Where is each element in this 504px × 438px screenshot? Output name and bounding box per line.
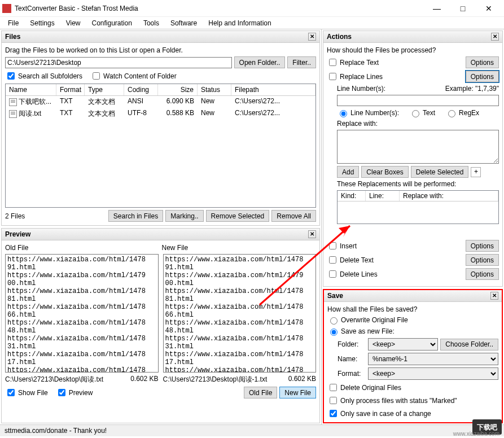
save-as-new-radio[interactable]: Save as new File: xyxy=(327,327,498,336)
new-file-textarea[interactable]: https://www.xiazaiba.com/html/1478 91.ht… xyxy=(163,254,317,373)
actions-question: How should the Files be processed? xyxy=(327,46,499,54)
save-question: How shall the Files be saved? xyxy=(327,305,498,313)
preview-panel-close-icon[interactable]: ✕ xyxy=(308,230,316,238)
menu-file[interactable]: File xyxy=(2,18,24,28)
col-replace-with[interactable]: Replace with: xyxy=(400,191,498,201)
save-panel-title: Save xyxy=(327,292,343,300)
maximize-button[interactable]: □ xyxy=(450,0,476,17)
save-panel-close-icon[interactable]: ✕ xyxy=(490,292,498,300)
delete-text-options-button[interactable]: Options xyxy=(466,254,499,266)
replace-lines-checkbox[interactable]: Replace Lines xyxy=(327,71,463,82)
file-icon xyxy=(9,98,17,106)
window-title: TextConverter Basic - Stefan Trost Media xyxy=(15,5,424,12)
overwrite-radio[interactable]: Overwrite Original File xyxy=(327,316,498,325)
folder-path-input[interactable] xyxy=(5,57,232,68)
search-in-files-button[interactable]: Search in Files xyxy=(108,210,163,222)
folder-label: Folder: xyxy=(338,340,366,348)
actions-panel-close-icon[interactable]: ✕ xyxy=(491,33,499,41)
replace-text-checkbox[interactable]: Replace Text xyxy=(327,57,463,68)
menubar: File Settings View Configuration Tools S… xyxy=(0,17,504,29)
choose-folder-button[interactable]: Choose Folder.. xyxy=(440,339,498,351)
remove-selected-button[interactable]: Remove Selected xyxy=(206,210,270,222)
delete-text-checkbox[interactable]: Delete Text xyxy=(327,255,463,265)
text-radio[interactable]: Text xyxy=(409,108,435,117)
col-size[interactable]: Size xyxy=(158,84,198,95)
line-numbers-input[interactable] xyxy=(337,95,499,106)
insert-options-button[interactable]: Options xyxy=(466,240,499,252)
marking-button[interactable]: Marking.. xyxy=(165,210,203,222)
replace-with-textarea[interactable] xyxy=(337,130,499,164)
add-button[interactable]: Add xyxy=(337,166,359,178)
files-panel-title: Files xyxy=(5,33,20,41)
col-type[interactable]: Type xyxy=(85,84,124,95)
old-file-button[interactable]: Old File xyxy=(244,387,277,398)
new-file-size: 0.602 KB xyxy=(288,375,316,384)
app-icon xyxy=(2,4,11,13)
line-numbers-example: Example: "1,7,39" xyxy=(445,85,499,93)
files-hint: Drag the Files to be worked on to this L… xyxy=(5,46,316,54)
close-button[interactable]: ✕ xyxy=(476,0,502,17)
minimize-button[interactable]: — xyxy=(424,0,450,17)
only-change-checkbox[interactable]: Only save in case of a change xyxy=(327,408,498,419)
actions-panel-title: Actions xyxy=(327,33,352,41)
name-label: Name: xyxy=(338,355,366,363)
new-file-button[interactable]: New File xyxy=(279,387,316,398)
files-listview[interactable]: Name Format Type Coding Size Status File… xyxy=(5,84,316,208)
table-row[interactable]: 下载吧软... TXT 文本文档 ANSI 6.090 KB New C:\Us… xyxy=(6,96,315,108)
watch-folder-checkbox[interactable]: Watch Content of Folder xyxy=(90,71,177,81)
format-select[interactable]: <keep> xyxy=(368,367,498,380)
table-row[interactable]: 阅读.txt TXT 文本文档 UTF-8 0.588 KB New C:\Us… xyxy=(6,108,315,120)
search-subfolders-checkbox[interactable]: Search all Subfolders xyxy=(5,71,82,81)
replacements-list[interactable]: Kind: Line: Replace with: xyxy=(337,190,499,224)
plus-icon[interactable]: + xyxy=(471,167,481,177)
replace-text-options-button[interactable]: Options xyxy=(466,56,499,68)
col-filepath[interactable]: Filepath xyxy=(231,84,315,95)
old-file-path: C:\Users\27213\Desktop\阅读.txt xyxy=(5,375,130,384)
menu-help[interactable]: Help and Information xyxy=(203,18,277,28)
col-status[interactable]: Status xyxy=(198,84,231,95)
open-folder-button[interactable]: Open Folder.. xyxy=(234,56,286,68)
old-file-textarea[interactable]: https://www.xiazaiba.com/html/1478 91.ht… xyxy=(5,254,159,373)
old-file-size: 0.602 KB xyxy=(130,375,158,384)
clear-boxes-button[interactable]: Clear Boxes xyxy=(361,166,408,178)
only-marked-checkbox[interactable]: Only process files with status "Marked" xyxy=(327,395,498,406)
old-file-label: Old File xyxy=(5,244,160,252)
preview-panel-title: Preview xyxy=(5,230,30,238)
format-label: Format: xyxy=(338,370,366,378)
line-numbers-radio[interactable]: Line Number(s): xyxy=(337,108,399,117)
delete-lines-options-button[interactable]: Options xyxy=(466,268,499,280)
remove-all-button[interactable]: Remove All xyxy=(271,210,316,222)
show-file-checkbox[interactable]: Show File xyxy=(5,387,48,398)
replace-lines-options-button[interactable]: Options xyxy=(466,71,499,82)
preview-checkbox[interactable]: Preview xyxy=(56,387,93,398)
menu-software[interactable]: Software xyxy=(165,18,203,28)
col-line[interactable]: Line: xyxy=(366,191,400,201)
col-name[interactable]: Name xyxy=(6,84,56,95)
replacements-performed-label: These Replacements will be performed: xyxy=(337,180,499,188)
menu-tools[interactable]: Tools xyxy=(138,18,165,28)
replace-with-label: Replace with: xyxy=(337,120,499,128)
menu-settings[interactable]: Settings xyxy=(24,18,60,28)
insert-checkbox[interactable]: Insert xyxy=(327,240,463,251)
file-count: 2 Files xyxy=(5,212,106,220)
new-file-label: New File xyxy=(162,244,317,252)
menu-configuration[interactable]: Configuration xyxy=(86,18,138,28)
file-icon xyxy=(9,110,17,118)
name-select[interactable]: %name%-1 xyxy=(368,353,498,365)
delete-original-checkbox[interactable]: Delete Original Files xyxy=(327,382,498,393)
col-kind[interactable]: Kind: xyxy=(338,191,366,201)
watermark-url: www.xiazaiba.com xyxy=(453,431,499,437)
regex-radio[interactable]: RegEx xyxy=(445,108,479,117)
filter-button[interactable]: Filter.. xyxy=(287,56,316,68)
delete-selected-button[interactable]: Delete Selected xyxy=(411,166,469,178)
delete-lines-checkbox[interactable]: Delete Lines xyxy=(327,269,463,279)
status-bar: sttmedia.com/donate - Thank you! xyxy=(0,424,504,436)
files-panel-close-icon[interactable]: ✕ xyxy=(308,33,316,41)
menu-view[interactable]: View xyxy=(60,18,86,28)
line-numbers-label: Line Number(s): xyxy=(337,85,443,93)
col-format[interactable]: Format xyxy=(56,84,85,95)
col-coding[interactable]: Coding xyxy=(124,84,158,95)
new-file-path: C:\Users\27213\Desktop\阅读-1.txt xyxy=(163,375,288,384)
folder-select[interactable]: <keep> xyxy=(368,338,438,351)
